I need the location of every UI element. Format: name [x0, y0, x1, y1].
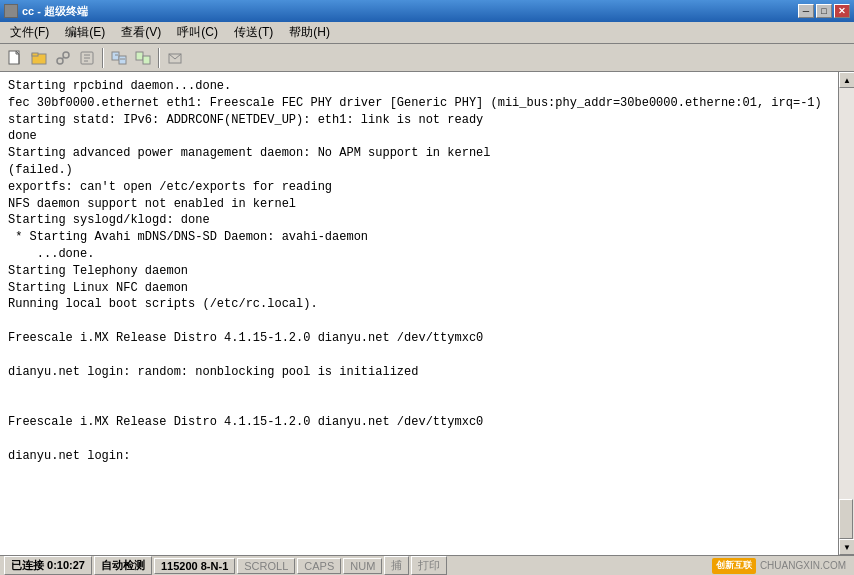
status-bar: 已连接 0:10:27 自动检测 115200 8-N-1 SCROLL CAP… — [0, 555, 854, 575]
watermark-box: 创新互联 — [712, 558, 756, 574]
status-caps: CAPS — [297, 558, 341, 574]
menu-edit[interactable]: 编辑(E) — [57, 22, 113, 43]
title-bar: cc - 超级终端 ─ □ ✕ — [0, 0, 854, 22]
svg-line-6 — [62, 57, 64, 59]
new-button[interactable] — [4, 47, 26, 69]
status-print: 打印 — [411, 556, 447, 575]
watermark-url: CHUANGXIN.COM — [760, 560, 846, 571]
svg-rect-11 — [112, 52, 119, 60]
send-button[interactable] — [164, 47, 186, 69]
close-button[interactable]: ✕ — [834, 4, 850, 18]
status-num: NUM — [343, 558, 382, 574]
terminal-output[interactable]: Starting rpcbind daemon...done. fec 30bf… — [0, 72, 838, 555]
status-scroll: SCROLL — [237, 558, 295, 574]
window-controls: ─ □ ✕ — [798, 4, 850, 18]
scroll-up-button[interactable]: ▲ — [839, 72, 854, 88]
watermark: 创新互联 CHUANGXIN.COM — [712, 558, 846, 574]
scroll-track[interactable] — [839, 88, 854, 539]
separator2 — [158, 48, 160, 68]
status-autodetect: 自动检测 — [94, 556, 152, 575]
open-button[interactable] — [28, 47, 50, 69]
svg-rect-15 — [136, 52, 143, 60]
svg-rect-12 — [119, 56, 126, 64]
maximize-button[interactable]: □ — [816, 4, 832, 18]
main-area: Starting rpcbind daemon...done. fec 30bf… — [0, 72, 854, 555]
minimize-button[interactable]: ─ — [798, 4, 814, 18]
icon5-button[interactable] — [108, 47, 130, 69]
menu-file[interactable]: 文件(F) — [2, 22, 57, 43]
toolbar — [0, 44, 854, 72]
menu-bar: 文件(F) 编辑(E) 查看(V) 呼叫(C) 传送(T) 帮助(H) — [0, 22, 854, 44]
status-capture: 捕 — [384, 556, 409, 575]
scroll-down-button[interactable]: ▼ — [839, 539, 854, 555]
separator1 — [102, 48, 104, 68]
scroll-thumb[interactable] — [839, 499, 853, 539]
menu-transfer[interactable]: 传送(T) — [226, 22, 281, 43]
app-icon — [4, 4, 18, 18]
menu-view[interactable]: 查看(V) — [113, 22, 169, 43]
menu-call[interactable]: 呼叫(C) — [169, 22, 226, 43]
status-connected: 已连接 0:10:27 — [4, 556, 92, 575]
disconnect-button[interactable] — [52, 47, 74, 69]
svg-rect-16 — [143, 56, 150, 64]
scrollbar[interactable]: ▲ ▼ — [838, 72, 854, 555]
icon6-button[interactable] — [132, 47, 154, 69]
svg-rect-3 — [32, 53, 38, 56]
menu-help[interactable]: 帮助(H) — [281, 22, 338, 43]
icon4-button[interactable] — [76, 47, 98, 69]
window-title: cc - 超级终端 — [22, 4, 798, 19]
status-baudrate: 115200 8-N-1 — [154, 558, 235, 574]
